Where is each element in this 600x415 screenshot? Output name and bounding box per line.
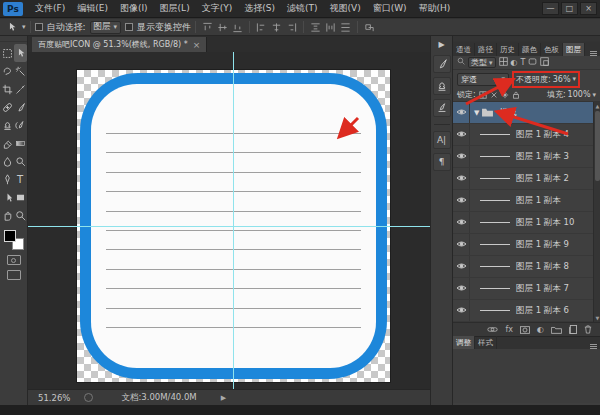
filter-shape-layers-icon[interactable] bbox=[528, 57, 537, 69]
new-adjustment-layer-icon[interactable]: ◐ bbox=[537, 325, 544, 334]
visibility-toggle[interactable] bbox=[453, 256, 470, 277]
menu-select[interactable]: 选择(S) bbox=[238, 2, 281, 15]
maximize-button[interactable]: □ bbox=[561, 2, 578, 15]
layer-name[interactable]: 图层 1 副本 2 bbox=[516, 173, 569, 185]
layer-row[interactable]: 图层 1 副本 6 bbox=[453, 300, 600, 322]
minimize-button[interactable]: — bbox=[542, 2, 559, 15]
layer-row[interactable]: 图层 1 副本 10 bbox=[453, 212, 600, 234]
panel-menu-icon[interactable] bbox=[590, 48, 600, 56]
group-expand-triangle[interactable]: ▼ bbox=[474, 109, 479, 117]
distribute-top-edges-button[interactable] bbox=[308, 21, 323, 34]
layer-name[interactable]: 图层 1 副本 9 bbox=[516, 239, 569, 251]
layer-name[interactable]: 图层 1 副本 10 bbox=[516, 217, 574, 229]
menu-view[interactable]: 视图(V) bbox=[323, 2, 366, 15]
layer-name[interactable]: 图层 1 副本 3 bbox=[516, 151, 569, 163]
tab-layers[interactable]: 图层 bbox=[563, 43, 585, 56]
document-tab[interactable]: 百度贴吧ICON @ 51.3%(横线, RGB/8) * × bbox=[32, 37, 207, 52]
clone-source-panel-button[interactable] bbox=[433, 77, 451, 95]
menu-edit[interactable]: 编辑(E) bbox=[71, 2, 114, 15]
pen-tool[interactable] bbox=[1, 170, 14, 188]
layer-row-group[interactable]: ▼ 横线 bbox=[453, 102, 600, 124]
align-vertical-centers-button[interactable] bbox=[215, 21, 230, 34]
layer-thumbnail[interactable] bbox=[480, 128, 510, 142]
foreground-color-swatch[interactable] bbox=[4, 230, 16, 242]
clone-stamp-tool[interactable] bbox=[1, 116, 14, 134]
tab-swatches[interactable]: 色板 bbox=[541, 43, 563, 56]
layer-row[interactable]: 图层 1 副本 bbox=[453, 190, 600, 212]
opacity-value[interactable]: 36% bbox=[553, 75, 571, 84]
hand-tool[interactable] bbox=[1, 206, 14, 224]
menu-window[interactable]: 窗口(W) bbox=[367, 2, 413, 15]
layer-row[interactable]: 图层 1 副本 3 bbox=[453, 146, 600, 168]
horizontal-guide[interactable] bbox=[28, 226, 430, 227]
tab-styles[interactable]: 样式 bbox=[475, 336, 497, 349]
fill-control[interactable]: 填充: 100% ▾ bbox=[547, 89, 596, 100]
brush-presets-panel-button[interactable] bbox=[433, 99, 451, 117]
blur-tool[interactable] bbox=[1, 152, 14, 170]
menu-type[interactable]: 文字(Y) bbox=[196, 2, 239, 15]
tab-channels[interactable]: 通道 bbox=[453, 43, 475, 56]
layer-name[interactable]: 图层 1 副本 8 bbox=[516, 261, 569, 273]
screen-mode-button[interactable] bbox=[7, 270, 21, 280]
zoom-level-field[interactable]: 51.26% bbox=[38, 393, 70, 403]
tab-paths[interactable]: 路径 bbox=[475, 43, 497, 56]
vertical-guide[interactable] bbox=[233, 52, 234, 389]
visibility-toggle[interactable] bbox=[453, 212, 470, 233]
tab-adjustments[interactable]: 调整 bbox=[453, 336, 475, 349]
menu-file[interactable]: 文件(F) bbox=[29, 2, 71, 15]
gradient-tool[interactable] bbox=[14, 134, 27, 152]
layer-thumbnail[interactable] bbox=[480, 150, 510, 164]
link-layers-icon[interactable] bbox=[487, 326, 498, 333]
visibility-toggle[interactable] bbox=[453, 234, 470, 255]
tab-history[interactable]: 历史 bbox=[497, 43, 519, 56]
fill-value[interactable]: 100% bbox=[568, 90, 591, 99]
lock-image-pixels-icon[interactable] bbox=[490, 91, 498, 99]
visibility-toggle[interactable] bbox=[453, 168, 470, 189]
align-left-edges-button[interactable] bbox=[254, 21, 269, 34]
add-layer-mask-icon[interactable] bbox=[520, 326, 530, 334]
auto-select-dropdown[interactable]: 图层 ▾ bbox=[90, 21, 122, 34]
distribute-bottom-edges-button[interactable] bbox=[338, 21, 353, 34]
zoom-tool[interactable] bbox=[14, 206, 27, 224]
layer-row[interactable]: 图层 1 副本 7 bbox=[453, 278, 600, 300]
layer-row[interactable]: 图层 1 副本 4 bbox=[453, 124, 600, 146]
menu-image[interactable]: 图像(I) bbox=[114, 2, 154, 15]
lock-transparent-pixels-icon[interactable] bbox=[479, 91, 487, 99]
quick-mask-button[interactable] bbox=[7, 255, 21, 265]
character-panel-button[interactable]: A| bbox=[433, 131, 451, 149]
chevron-down-icon[interactable]: ▾ bbox=[572, 75, 576, 83]
scrollbar-thumb[interactable] bbox=[595, 111, 600, 181]
visibility-toggle[interactable] bbox=[453, 124, 470, 145]
layer-row[interactable]: 图层 1 副本 8 bbox=[453, 256, 600, 278]
opacity-control-highlighted[interactable]: 不透明度: 36% ▾ bbox=[512, 71, 580, 88]
visibility-toggle[interactable] bbox=[453, 146, 470, 167]
new-group-icon[interactable] bbox=[551, 326, 562, 334]
align-horizontal-centers-button[interactable] bbox=[269, 21, 284, 34]
rectangular-marquee-tool[interactable] bbox=[1, 44, 14, 62]
layer-thumbnail[interactable] bbox=[480, 260, 510, 274]
tab-close-icon[interactable]: × bbox=[193, 40, 201, 50]
visibility-toggle[interactable] bbox=[453, 278, 470, 299]
auto-select-checkbox[interactable] bbox=[35, 23, 43, 31]
brush-tool[interactable] bbox=[14, 98, 27, 116]
layer-thumbnail[interactable] bbox=[480, 238, 510, 252]
expand-panels-icon[interactable]: ▶ bbox=[438, 40, 444, 49]
show-transform-checkbox[interactable] bbox=[125, 23, 133, 31]
filter-smart-objects-icon[interactable] bbox=[540, 57, 549, 69]
close-button[interactable]: × bbox=[580, 2, 597, 15]
layer-thumbnail[interactable] bbox=[480, 194, 510, 208]
align-top-edges-button[interactable] bbox=[200, 21, 215, 34]
lock-all-icon[interactable] bbox=[512, 91, 520, 99]
menu-layer[interactable]: 图层(L) bbox=[154, 2, 196, 15]
layer-row[interactable]: 图层 1 副本 2 bbox=[453, 168, 600, 190]
new-layer-icon[interactable] bbox=[569, 325, 577, 334]
status-menu-arrow-icon[interactable]: ▶ bbox=[221, 394, 226, 402]
auto-align-layers-button[interactable] bbox=[362, 21, 377, 34]
brush-panel-button[interactable] bbox=[433, 55, 451, 73]
canvas-viewport[interactable] bbox=[28, 52, 430, 389]
layer-name[interactable]: 横线 bbox=[499, 107, 516, 119]
visibility-toggle[interactable] bbox=[453, 190, 470, 211]
chevron-down-icon[interactable]: ▾ bbox=[592, 91, 596, 99]
blend-mode-dropdown[interactable]: 穿透 ▾ bbox=[457, 73, 509, 86]
layer-thumbnail[interactable] bbox=[480, 304, 510, 318]
